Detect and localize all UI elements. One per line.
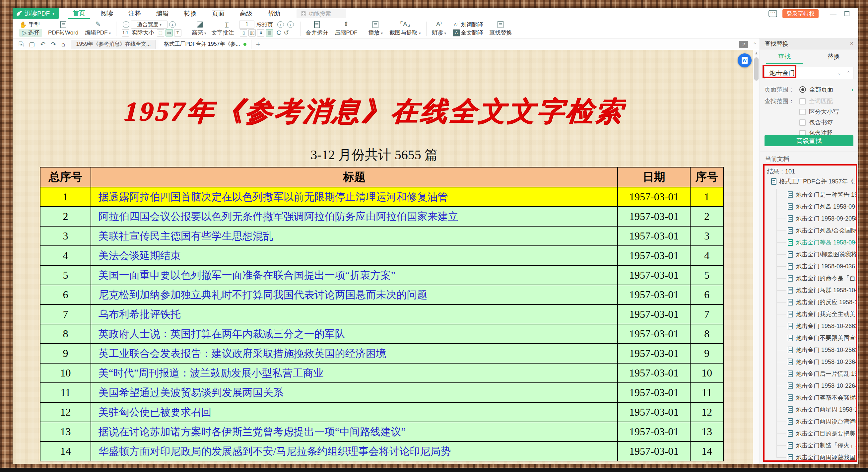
find-previous-icon[interactable]: ⌄ xyxy=(837,70,841,75)
cell-title[interactable]: 美联社宣传民主德国有些学生思想混乱 xyxy=(91,226,618,246)
save-icon[interactable]: ▢ xyxy=(29,41,35,48)
menu-item[interactable]: 帮助 xyxy=(263,8,285,19)
search-result-item[interactable]: 炮击金门后一片慌乱 1958-10-2264 xyxy=(765,368,856,380)
scroll-up-arrow[interactable]: ▲ xyxy=(753,51,760,55)
vertical-scrollbar[interactable]: ▲ xyxy=(753,50,760,464)
minimize-button[interactable]: — xyxy=(830,10,836,17)
tab-replace[interactable]: 替换 xyxy=(809,50,858,64)
scrollbar-thumb[interactable] xyxy=(754,57,758,81)
document-tab-1[interactable]: 1959年《参考消息》在线全文... xyxy=(71,40,156,49)
panel-close-icon[interactable]: × xyxy=(850,40,854,47)
search-result-item[interactable]: 炮击金门目的是要把美国强盗赶出台 xyxy=(765,428,856,440)
edit-pdf-button[interactable]: ✎ 编辑PDF▾ xyxy=(82,20,114,37)
pdf-to-word-button[interactable]: PDF转Word xyxy=(45,20,82,37)
document-tab-2[interactable]: 格式工厂PDF合并 1957年《参... xyxy=(159,40,251,49)
zoom-out-button[interactable]: − xyxy=(123,21,129,28)
search-result-item[interactable]: 炮击金门 1958-10-226425 东京人士 xyxy=(765,380,856,392)
search-result-item[interactable]: 炮击金门列岛/合众国际社说大担二担 xyxy=(765,225,856,237)
advanced-find-button[interactable]: 高级查找 xyxy=(765,135,854,146)
search-result-item[interactable]: 炮击金门的命令是「自愿提供的情报 xyxy=(765,272,856,284)
feedback-chat-icon[interactable] xyxy=(769,10,777,17)
page-number-input[interactable]: 1 xyxy=(239,21,254,29)
merge-split-button[interactable]: 合并拆分 xyxy=(303,20,332,37)
cell-title[interactable]: 英政府人士说：英国打算在两年内裁减三分之一的军队 xyxy=(91,324,618,344)
search-result-item[interactable]: 炮击金门是一种警告 1957-07-16 23 xyxy=(765,189,856,201)
cell-title[interactable]: 华盛顿方面对印尼政局的发展感到不安/马尼拉条约组织理事会将讨论印尼局势 xyxy=(91,441,618,461)
fit-width-button[interactable]: ▭ xyxy=(165,29,173,36)
find-replace-button[interactable]: 查找替换 xyxy=(486,20,515,37)
cell-title[interactable]: 美法会谈延期结束 xyxy=(91,246,618,265)
search-result-item[interactable]: 炮击金门 1958-10-256353 毛主席同 xyxy=(765,344,856,356)
expand-arrow-icon[interactable]: › xyxy=(851,86,854,93)
search-result-item[interactable]: 炮击金门我完全主动美国务院恼羞成 xyxy=(765,308,856,320)
two-page-view-button[interactable]: ▯▯ xyxy=(248,29,256,36)
play-button[interactable]: 播放▾ xyxy=(365,20,386,37)
search-result-item[interactable]: 炮击金门不要跟美国宣传为「侵略」 xyxy=(765,332,856,344)
search-result-item[interactable]: 炮击金门两周说台湾海峡局势发生了 xyxy=(765,416,856,428)
menu-item[interactable]: 注释 xyxy=(124,8,146,19)
search-result-item[interactable]: 炮击金门两星周 1958-10-166519 美 xyxy=(765,404,856,416)
fit-text-button[interactable]: T xyxy=(174,29,181,36)
collapse-toolbar-icon[interactable]: ⌃ xyxy=(752,41,757,48)
cell-title[interactable]: 尼克松到加纳参加独立典礼时不打算同我国代表讨论两国悬而未决的问题 xyxy=(91,285,618,305)
login-button[interactable]: 登录享特权 xyxy=(782,9,818,18)
menu-item[interactable]: 转换 xyxy=(180,8,201,19)
menu-item[interactable]: 高级 xyxy=(235,8,257,19)
notification-badge[interactable]: 2 xyxy=(739,41,748,48)
search-result-item[interactable]: 炮击金门 1958-10-236401 美爆炸 xyxy=(765,356,856,368)
search-result-item[interactable]: 炮击金门/柳鹭图说我将使用重型的大 xyxy=(765,248,856,260)
text-annotation-button[interactable]: 文字批注 xyxy=(211,29,234,36)
page-range-radio[interactable] xyxy=(799,86,806,93)
home-icon[interactable]: ⌂ xyxy=(61,41,65,48)
text-annotation-icon[interactable]: T̲ xyxy=(225,22,229,28)
checkbox[interactable] xyxy=(799,119,806,126)
select-tool-button[interactable]: ▷ 选择 xyxy=(19,29,42,37)
find-next-icon[interactable]: ⌃ xyxy=(846,70,850,75)
function-search-box[interactable]: 功能搜索 xyxy=(297,9,346,18)
search-result-item[interactable]: 炮击金门制造「停火」舆论妄图我将 xyxy=(765,440,856,451)
word-translate-button[interactable]: A⁺ 划词翻译 xyxy=(452,21,483,29)
zoom-in-button[interactable]: + xyxy=(169,21,176,28)
hand-tool-button[interactable]: ✋ 手型 xyxy=(19,21,42,29)
search-result-item[interactable]: 炮击金门两周诬蔑我国防部命令是一 xyxy=(765,451,856,462)
compress-pdf-button[interactable]: ⇕ 压缩PDF xyxy=(332,20,361,37)
tab-find[interactable]: 查找 xyxy=(760,50,809,64)
menu-item[interactable]: 编辑 xyxy=(152,8,174,19)
new-tab-button[interactable]: + xyxy=(256,40,260,49)
cell-title[interactable]: 据透露阿拉伯四国首脑决定在以色列撤军以前无限期停止清理运河和修复油管 xyxy=(91,187,618,207)
highlighter-icon[interactable] xyxy=(197,22,203,28)
search-result-item[interactable]: 炮击金门等岛 1958-09-175889 美 xyxy=(765,237,856,248)
cell-title[interactable]: 阿拉伯四国会议公报要以色列无条件撤军强调阿拉伯防务应由阿拉伯国家来建立 xyxy=(91,207,618,226)
menu-item[interactable]: 阅读 xyxy=(96,8,118,19)
redo-icon[interactable]: ↷ xyxy=(51,41,56,48)
search-result-item[interactable]: 炮击金门的反应 1958-10-286308 柯 xyxy=(765,296,856,308)
cell-title[interactable]: 据说在讨论苏加诺方案时各伊斯兰党曾考虑提出一项“中间路线建议” xyxy=(91,422,618,441)
cell-title[interactable]: 美“时代”周刊报道：波兰鼓励发展小型私营工商业 xyxy=(91,363,618,383)
next-page-button[interactable]: › xyxy=(287,21,294,28)
highlight-button[interactable]: 高亮▾ xyxy=(192,29,206,36)
cell-title[interactable]: 美国一面重申要以色列撤军一面准备在联合国提出一项“折衷方案” xyxy=(91,265,618,285)
zoom-level-select[interactable]: 适合宽度▾ xyxy=(131,21,167,29)
restore-window-button[interactable] xyxy=(844,11,849,16)
read-aloud-button[interactable]: A⁾ 朗读▾ xyxy=(429,20,450,37)
fit-page-button[interactable]: ⬚ xyxy=(157,29,164,36)
search-result-item[interactable]: 炮击金门蒋帮不会骚扰我船只 1958- xyxy=(765,392,856,404)
result-root-node[interactable]: 格式工厂PDF合并 1957年《... xyxy=(771,178,857,185)
print-icon[interactable]: ⎘ xyxy=(19,41,24,48)
single-page-view-button[interactable]: ▯ xyxy=(240,29,247,36)
cell-title[interactable]: 乌布利希批评铁托 xyxy=(91,305,618,324)
cell-title[interactable]: 美国希望通过美波贸易谈判发展两国关系 xyxy=(91,383,618,402)
book-view-button[interactable]: ▤ xyxy=(266,29,273,36)
search-result-item[interactable]: 炮击金门 1958-09-036190 美联社报 xyxy=(765,260,856,272)
rotate-right-icon[interactable]: C xyxy=(276,30,281,36)
menu-item[interactable]: 页面 xyxy=(207,8,229,19)
pdf-to-word-float-button[interactable]: W xyxy=(738,54,751,67)
menu-item[interactable]: 首页 xyxy=(68,8,90,19)
previous-page-button[interactable]: ‹ xyxy=(277,21,284,28)
full-translate-button[interactable]: A 全文翻译 xyxy=(452,29,483,37)
actual-size-button[interactable]: 1:1 xyxy=(122,29,129,36)
screenshot-extract-button[interactable]: ⌜A⌟ 截图与提取▾ xyxy=(386,20,424,37)
app-logo-button[interactable]: 迅读PDF ▾ xyxy=(12,8,59,19)
grid-view-button[interactable]: ⠿ xyxy=(257,29,265,36)
checkbox[interactable] xyxy=(799,109,806,115)
